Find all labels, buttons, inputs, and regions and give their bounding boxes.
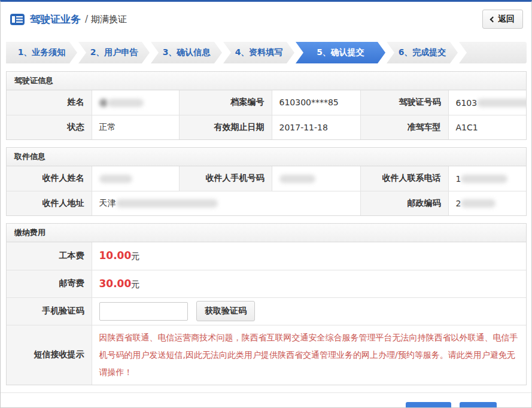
fees-table: 工本费 10.00元 邮寄费 30.00元 手机验证码 获取验证码 短信接收提示… bbox=[7, 242, 526, 385]
vehicle-class-label: 准驾车型 bbox=[360, 115, 448, 139]
page: 驾驶证业务 / 期满换证 返回 1、业务须知 2、用户申告 3、确认信息 4、资… bbox=[0, 0, 532, 408]
valid-until-label: 有效期止日期 bbox=[179, 115, 272, 139]
page-title: 驾驶证业务 bbox=[30, 13, 81, 26]
recipient-address-value: 天津 bbox=[92, 191, 360, 215]
vehicle-class-value: A1C1 bbox=[448, 115, 526, 139]
name-label: 姓名 bbox=[7, 90, 92, 115]
section-fees: 缴纳费用 工本费 10.00元 邮寄费 30.00元 手机验证码 获取验证码 短… bbox=[6, 223, 527, 385]
redacted-value bbox=[99, 175, 132, 183]
table-row: 收件人姓名 收件人手机号码 收件人联系电话 1 bbox=[7, 166, 526, 191]
cost-fee-amount: 10.00 bbox=[99, 249, 132, 261]
status-label: 状态 bbox=[7, 115, 92, 139]
back-button-label: 返回 bbox=[498, 14, 515, 25]
redacted-value bbox=[461, 175, 507, 183]
section-title-license-info: 驾驶证信息 bbox=[7, 72, 526, 90]
recipient-name-label: 收件人姓名 bbox=[7, 166, 92, 191]
section-title-pickup-info: 取件信息 bbox=[7, 148, 526, 166]
captcha-label: 手机验证码 bbox=[7, 297, 92, 325]
redacted-value bbox=[477, 99, 526, 107]
cost-fee-unit: 元 bbox=[131, 251, 139, 261]
postage-fee-unit: 元 bbox=[131, 279, 139, 289]
postage-fee-amount: 30.00 bbox=[99, 278, 132, 290]
pickup-info-table: 收件人姓名 收件人手机号码 收件人联系电话 1 收件人地址 天津 邮政编码 2 bbox=[7, 166, 526, 215]
license-card-icon bbox=[10, 14, 25, 25]
page-header: 驾驶证业务 / 期满换证 返回 bbox=[1, 2, 531, 36]
redacted-value bbox=[108, 99, 144, 107]
file-no-label: 档案编号 bbox=[179, 90, 272, 115]
footer-actions: 上一步 完成 bbox=[1, 392, 531, 408]
recipient-mobile-label: 收件人手机号码 bbox=[179, 166, 272, 191]
name-value bbox=[92, 90, 179, 115]
breadcrumb-current: 期满换证 bbox=[91, 14, 127, 25]
section-license-info: 驾驶证信息 姓名 档案编号 610300****85 驾驶证号码 6103 状态… bbox=[6, 71, 527, 140]
redacted-value bbox=[116, 199, 218, 208]
postal-code-value: 2 bbox=[448, 191, 526, 215]
breadcrumb-separator: / bbox=[85, 14, 88, 25]
chevron-left-icon bbox=[490, 17, 496, 23]
recipient-phone-label: 收件人联系电话 bbox=[360, 166, 448, 191]
step-wizard: 1、业务须知 2、用户申告 3、确认信息 4、资料填写 5、确认提交 6、完成提… bbox=[6, 42, 527, 63]
step-bar-filler bbox=[459, 42, 527, 63]
step-4-fill-data: 4、资料填写 bbox=[223, 42, 294, 63]
step-5-confirm-submit-active: 5、确认提交 bbox=[296, 42, 385, 63]
sms-notice-label: 短信接收提示 bbox=[7, 325, 92, 385]
table-row: 短信接收提示 因陕西省联通、电信运营商技术问题，陕西省互联网交通安全综合服务管理… bbox=[7, 325, 526, 385]
step-1-business-notice: 1、业务须知 bbox=[6, 42, 77, 63]
address-prefix: 天津 bbox=[99, 198, 116, 208]
captcha-input[interactable] bbox=[99, 302, 188, 321]
step-3-confirm-info: 3、确认信息 bbox=[151, 42, 222, 63]
step-2-user-declaration: 2、用户申告 bbox=[78, 42, 150, 63]
table-row: 手机验证码 获取验证码 bbox=[7, 297, 526, 325]
recipient-mobile-value bbox=[272, 166, 360, 191]
cost-fee-value: 10.00元 bbox=[92, 242, 526, 270]
status-value: 正常 bbox=[92, 115, 179, 139]
valid-until-value: 2017-11-18 bbox=[272, 115, 360, 139]
back-button[interactable]: 返回 bbox=[482, 10, 523, 29]
recipient-phone-value: 1 bbox=[448, 166, 526, 191]
license-no-label: 驾驶证号码 bbox=[360, 90, 448, 115]
recipient-address-label: 收件人地址 bbox=[7, 191, 92, 215]
postal-prefix: 2 bbox=[456, 199, 461, 208]
sms-notice-text: 因陕西省联通、电信运营商技术问题，陕西省互联网交通安全综合服务管理平台无法向持陕… bbox=[99, 329, 519, 381]
table-row: 工本费 10.00元 bbox=[7, 242, 526, 270]
redacted-value bbox=[461, 199, 495, 208]
table-row: 状态 正常 有效期止日期 2017-11-18 准驾车型 A1C1 bbox=[7, 115, 526, 139]
phone-prefix: 1 bbox=[456, 174, 461, 184]
license-no-prefix: 6103 bbox=[456, 98, 478, 108]
table-row: 姓名 档案编号 610300****85 驾驶证号码 6103 bbox=[7, 90, 526, 115]
previous-step-button[interactable]: 上一步 bbox=[406, 402, 451, 408]
redacted-value bbox=[279, 175, 315, 183]
step-6-finish-submit: 6、完成提交 bbox=[387, 42, 458, 63]
redacted-value bbox=[99, 99, 108, 107]
postage-fee-value: 30.00元 bbox=[92, 270, 526, 297]
sms-notice-cell: 因陕西省联通、电信运营商技术问题，陕西省互联网交通安全综合服务管理平台无法向持陕… bbox=[92, 325, 526, 385]
postage-fee-label: 邮寄费 bbox=[7, 270, 92, 297]
recipient-name-value bbox=[92, 166, 179, 191]
finish-button[interactable]: 完成 bbox=[460, 402, 497, 408]
section-title-fees: 缴纳费用 bbox=[7, 224, 526, 242]
file-no-value: 610300****85 bbox=[272, 90, 360, 115]
postal-code-label: 邮政编码 bbox=[360, 191, 448, 215]
cost-fee-label: 工本费 bbox=[7, 242, 92, 270]
license-no-value: 6103 bbox=[448, 90, 526, 115]
table-row: 邮寄费 30.00元 bbox=[7, 270, 526, 297]
table-row: 收件人地址 天津 邮政编码 2 bbox=[7, 191, 526, 215]
section-pickup-info: 取件信息 收件人姓名 收件人手机号码 收件人联系电话 1 收件人地址 天津 邮政… bbox=[6, 147, 527, 216]
get-captcha-button[interactable]: 获取验证码 bbox=[196, 301, 255, 321]
captcha-cell: 获取验证码 bbox=[92, 297, 526, 325]
license-info-table: 姓名 档案编号 610300****85 驾驶证号码 6103 状态 正常 有效… bbox=[7, 90, 526, 139]
